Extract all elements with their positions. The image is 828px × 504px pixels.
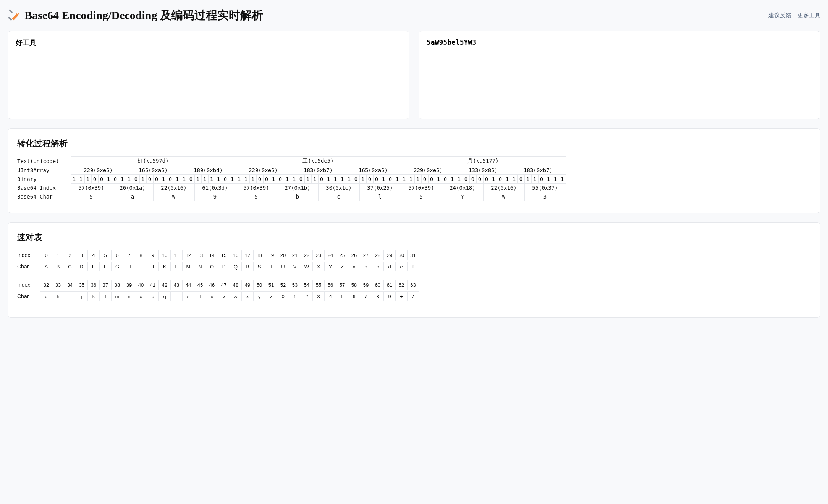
lookup-index-cell: 51: [265, 280, 277, 290]
lookup-index-cell: 4: [87, 250, 99, 260]
lookup-index-cell: 57: [336, 280, 348, 290]
bit-cell: 1: [249, 175, 256, 184]
byte-cell: 165(0xa5): [346, 166, 401, 175]
lookup-index-cell: 60: [372, 280, 383, 290]
lookup-char-cell: r: [170, 291, 182, 301]
bit-cell: 1: [394, 175, 401, 184]
lookup-index-cell: 45: [194, 280, 206, 290]
bit-cell: 1: [270, 175, 277, 184]
bit-cell: 0: [428, 175, 435, 184]
output-textarea[interactable]: [427, 38, 812, 111]
lookup-char-cell: I: [135, 262, 147, 271]
b64-index-cell: 30(0x1e): [318, 184, 359, 192]
lookup-char-cell: o: [135, 291, 147, 301]
lookup-char-cell: 8: [372, 291, 383, 301]
bit-cell: 1: [456, 175, 463, 184]
bit-cell: 0: [442, 175, 449, 184]
lookup-title: 速对表: [17, 232, 811, 243]
lookup-index-cell: 20: [277, 250, 289, 260]
bit-cell: 1: [71, 175, 78, 184]
lookup-char-cell: z: [265, 291, 277, 301]
b64-index-cell: 26(0x1a): [112, 184, 153, 192]
output-box: [419, 31, 820, 119]
bit-cell: 0: [153, 175, 160, 184]
lookup-char-cell: t: [194, 291, 206, 301]
lookup-char-cell: 5: [336, 291, 348, 301]
b64-index-cell: 37(0x25): [359, 184, 401, 192]
b64-char-cell: W: [153, 192, 194, 201]
analysis-table: Text(Unicode)好(\u597d)工(\u5de5)具(\u5177)…: [17, 156, 566, 201]
bit-cell: 0: [112, 175, 119, 184]
lookup-char-cell: l: [99, 291, 111, 301]
bit-cell: 1: [559, 175, 566, 184]
byte-cell: 229(0xe5): [236, 166, 291, 175]
bit-cell: 1: [435, 175, 442, 184]
lookup-index-cell: 38: [111, 280, 123, 290]
bit-cell: 0: [538, 175, 545, 184]
analysis-panel: 转化过程解析 Text(Unicode)好(\u597d)工(\u5de5)具(…: [8, 128, 820, 213]
lookup-char-cell: R: [241, 262, 253, 271]
lookup-index-cell: 48: [230, 280, 241, 290]
lookup-index-cell: 31: [407, 250, 419, 260]
svg-rect-1: [9, 9, 13, 13]
byte-cell: 183(0xb7): [291, 166, 346, 175]
lookup-index-cell: 46: [206, 280, 218, 290]
analysis-scroll[interactable]: Text(Unicode)好(\u597d)工(\u5de5)具(\u5177)…: [17, 156, 811, 205]
lookup-index-cell: 33: [52, 280, 64, 290]
feedback-link[interactable]: 建议反馈: [768, 12, 791, 19]
row-label: Binary: [17, 175, 71, 184]
bit-cell: 0: [497, 175, 504, 184]
lookup-index-cell: 32: [40, 280, 52, 290]
lookup-index-cell: 59: [360, 280, 372, 290]
bit-cell: 0: [318, 175, 325, 184]
b64-char-cell: Y: [442, 192, 483, 201]
lookup-index-label: Index: [17, 252, 40, 258]
lookup-char-cell: J: [147, 262, 158, 271]
lookup-index-cell: 49: [241, 280, 253, 290]
lookup-index-cell: 12: [182, 250, 194, 260]
lookup-index-cell: 42: [158, 280, 170, 290]
bit-cell: 1: [194, 175, 201, 184]
bit-cell: 0: [476, 175, 483, 184]
lookup-index-cell: 39: [123, 280, 135, 290]
lookup-char-cell: f: [407, 262, 419, 271]
lookup-index-cell: 50: [253, 280, 265, 290]
lookup-char-cell: y: [253, 291, 265, 301]
lookup-index-cell: 18: [253, 250, 265, 260]
lookup-char-cell: X: [312, 262, 324, 271]
lookup-char-cell: L: [170, 262, 182, 271]
lookup-char-cell: 1: [289, 291, 301, 301]
input-textarea[interactable]: [16, 38, 401, 111]
lookup-char-cell: b: [360, 262, 372, 271]
lookup-index-cell: 55: [312, 280, 324, 290]
bit-cell: 0: [483, 175, 490, 184]
bit-cell: 1: [449, 175, 456, 184]
more-tools-link[interactable]: 更多工具: [797, 12, 820, 19]
bit-cell: 1: [490, 175, 497, 184]
bit-cell: 1: [160, 175, 167, 184]
lookup-index-cell: 5: [99, 250, 111, 260]
lookup-index-cell: 9: [147, 250, 158, 260]
b64-index-cell: 22(0x16): [483, 184, 524, 192]
bit-cell: 1: [325, 175, 332, 184]
lookup-char-cell: 2: [301, 291, 312, 301]
bit-cell: 1: [524, 175, 531, 184]
unicode-char: 好(\u597d): [71, 157, 236, 166]
bit-cell: 1: [243, 175, 249, 184]
lookup-index-cell: 11: [170, 250, 182, 260]
lookup-char-cell: 6: [348, 291, 360, 301]
bit-cell: 0: [277, 175, 284, 184]
lookup-index-cell: 19: [265, 250, 277, 260]
byte-cell: 165(0xa5): [126, 166, 181, 175]
lookup-index-cell: 13: [194, 250, 206, 260]
lookup-char-cell: N: [194, 262, 206, 271]
bit-cell: 1: [126, 175, 133, 184]
bit-cell: 1: [208, 175, 215, 184]
lookup-char-cell: M: [182, 262, 194, 271]
bit-cell: 1: [291, 175, 298, 184]
bit-cell: 0: [263, 175, 270, 184]
bit-cell: 1: [414, 175, 421, 184]
lookup-char-cell: h: [52, 291, 64, 301]
lookup-group: Index32333435363738394041424344454647484…: [17, 280, 811, 301]
b64-char-cell: 3: [524, 192, 566, 201]
